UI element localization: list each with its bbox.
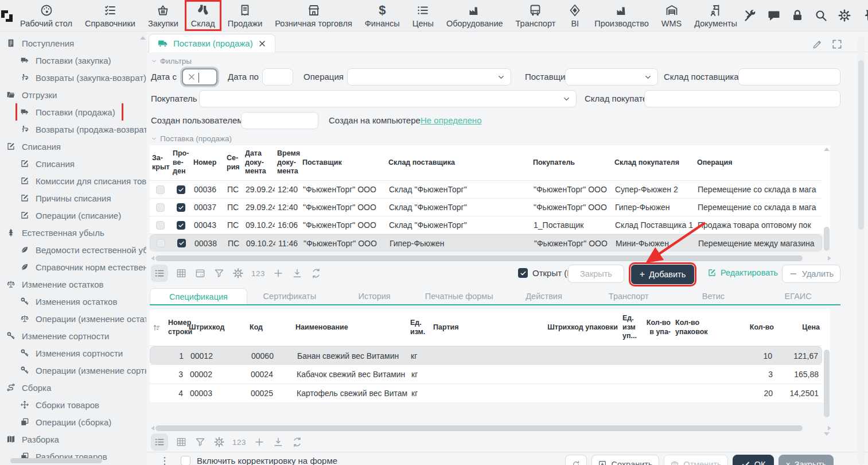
scroll-right-arrow[interactable]: [828, 256, 831, 261]
save-button[interactable]: Сохранить: [591, 455, 659, 465]
col-header[interactable]: Покупатель: [531, 145, 612, 180]
numbering-toggle[interactable]: 123: [232, 438, 246, 447]
download-icon[interactable]: [273, 436, 284, 448]
closed-checkbox[interactable]: [156, 185, 165, 194]
col-header[interactable]: Штрихкод упаковки: [500, 309, 620, 346]
scrollbar-thumb[interactable]: [10, 458, 102, 463]
col-header[interactable]: Наименование: [293, 309, 408, 346]
sidebar-item-sborka-group[interactable]: Сборка: [0, 379, 146, 396]
operation-select[interactable]: [347, 68, 511, 86]
nav-item-sales[interactable]: Продажи: [221, 0, 269, 31]
date-to-input[interactable]: [262, 68, 293, 86]
closed-checkbox[interactable]: [156, 221, 165, 230]
settings-gear-icon[interactable]: [213, 436, 225, 448]
nav-item-equipment[interactable]: Оборудование: [440, 0, 509, 31]
refresh-button[interactable]: [565, 455, 587, 465]
sidebar-item-operacii-spisanie[interactable]: Операции (списание): [0, 207, 146, 224]
scroll-up-arrow[interactable]: [824, 148, 830, 151]
chat-icon[interactable]: [767, 9, 781, 22]
tab-postavki-prodazha[interactable]: Поставки (продажа): [149, 34, 275, 52]
supplier-select[interactable]: [565, 68, 658, 86]
supplier-warehouse-input[interactable]: [738, 68, 840, 86]
tab-pechatnye-formy[interactable]: Печатные формы: [417, 288, 501, 304]
sidebar-item-operacii-sortnost[interactable]: Операции (изменение сортн: [0, 362, 146, 379]
sidebar-item-estestvennaya-ubyl[interactable]: Естественная убыль: [0, 224, 146, 241]
spec-vertical-scrollbar[interactable]: [823, 350, 830, 436]
col-header[interactable]: За-крыт: [150, 145, 170, 180]
col-header[interactable]: Время доку-мента: [275, 145, 300, 180]
scroll-down-arrow[interactable]: [824, 432, 830, 436]
ok-button[interactable]: ОК: [733, 455, 774, 465]
lock-icon[interactable]: [791, 9, 804, 22]
download-icon[interactable]: [291, 268, 303, 279]
add-column-icon[interactable]: [273, 268, 284, 279]
sidebar-item-izmenenie-ostatkov-group[interactable]: Изменение остатков: [0, 276, 146, 293]
sidebar-vertical-scrollbar[interactable]: [140, 36, 145, 450]
col-header[interactable]: Штрихкод: [186, 309, 247, 346]
nav-item-desktop[interactable]: Рабочий стол: [14, 0, 79, 31]
calendar-icon[interactable]: [194, 268, 206, 279]
nav-item-directories[interactable]: Справочники: [79, 0, 142, 31]
scrollbar-thumb[interactable]: [155, 425, 803, 431]
cancel-button[interactable]: Отменить: [664, 455, 728, 465]
list-view-icon[interactable]: [151, 433, 168, 451]
edit-button[interactable]: Редактировать: [707, 268, 778, 277]
spec-horizontal-scrollbar[interactable]: [155, 425, 826, 431]
col-header[interactable]: Код: [247, 309, 293, 346]
sidebar-item-spisaniya-group[interactable]: Списания: [0, 138, 146, 155]
nav-item-retail[interactable]: Розничная торговля: [268, 0, 359, 31]
col-header[interactable]: Кол-во в упа-: [643, 309, 673, 346]
app-logo[interactable]: [0, 0, 14, 32]
scrollbar-thumb[interactable]: [824, 350, 830, 417]
col-header[interactable]: Дата доку-мента: [243, 145, 275, 180]
nav-item-bi[interactable]: BI: [562, 0, 588, 31]
sidebar-item-komissii[interactable]: Комиссии для списания товар: [0, 172, 146, 189]
table-row[interactable]: 00036 ПС 29.09.24 12:40 "ФьюженТорг" ООО…: [150, 181, 822, 199]
col-header[interactable]: Кол-во: [710, 309, 776, 346]
add-button[interactable]: + Добавить: [631, 265, 694, 284]
col-header[interactable]: Номер строки: [166, 309, 186, 346]
tab-transport[interactable]: Транспорт: [586, 288, 671, 304]
nav-item-production[interactable]: Производство: [588, 0, 655, 31]
buyer-select[interactable]: [199, 90, 577, 107]
table-row[interactable]: 00037 ПС 29.09.24 12:40 "ФьюженТорг" ООО…: [150, 199, 822, 216]
pencil-icon[interactable]: [812, 38, 823, 50]
sort-icon[interactable]: [150, 309, 166, 346]
sidebar-item-sborki-tovarov[interactable]: Сборки товаров: [0, 396, 146, 413]
nav-item-prices[interactable]: Цены: [406, 0, 440, 31]
sidebar-item-prichiny[interactable]: Причины списания: [0, 189, 146, 207]
filter-funnel-icon[interactable]: [194, 436, 206, 448]
created-on-link[interactable]: Не определено: [421, 112, 481, 129]
table-row[interactable]: 00043 ПС 09.10.24 16:06 "ФьюженТорг" ООО…: [150, 216, 822, 234]
sidebar-item-razborka-group[interactable]: Разборка: [0, 431, 146, 448]
pin-icon[interactable]: [861, 9, 868, 22]
col-header[interactable]: Номер: [191, 145, 224, 180]
created-by-input[interactable]: [241, 112, 318, 129]
sidebar-item-operacii-ostatki[interactable]: Операции (изменение остатк: [0, 310, 146, 327]
tab-istoriya[interactable]: История: [332, 288, 417, 304]
closed-checkbox[interactable]: [156, 203, 165, 212]
delete-button[interactable]: Удалить: [782, 265, 840, 283]
tools-icon[interactable]: [744, 9, 757, 22]
buyer-warehouse-input[interactable]: [644, 90, 840, 107]
sidebar-item-vozvraty-prodazha[interactable]: Возвраты (продажа-возврат): [0, 121, 146, 138]
sidebar-item-spisaniya[interactable]: Списания: [0, 155, 146, 172]
close-tab-icon[interactable]: [258, 39, 267, 48]
adjustment-checkbox[interactable]: [181, 456, 190, 465]
sidebar-item-postavki-prodazha[interactable]: Поставки (продажа): [0, 103, 146, 121]
sidebar-item-vedomosti[interactable]: Ведомости естественной убы: [0, 241, 146, 258]
nav-item-wms[interactable]: WMS: [655, 0, 688, 31]
col-header[interactable]: Склад покупателя: [612, 145, 695, 180]
sidebar-item-operacii-sborka[interactable]: Операции (сборка): [0, 413, 146, 431]
filters-section-header[interactable]: Фильтры: [151, 57, 192, 65]
add-column-icon[interactable]: [254, 436, 265, 448]
close-form-button[interactable]: × Закрыть: [779, 455, 834, 465]
table-vertical-scrollbar[interactable]: [823, 146, 830, 251]
grid-view-icon[interactable]: [176, 436, 187, 448]
nav-item-documents[interactable]: Документы: [688, 0, 744, 31]
page-vertical-scrollbar[interactable]: [858, 36, 865, 465]
sidebar-item-izmeneniya-sortnosti[interactable]: Изменения сортности: [0, 344, 146, 362]
table-horizontal-scrollbar[interactable]: [155, 255, 826, 261]
filter-funnel-icon[interactable]: [213, 268, 225, 279]
posted-checkbox[interactable]: [177, 221, 185, 230]
